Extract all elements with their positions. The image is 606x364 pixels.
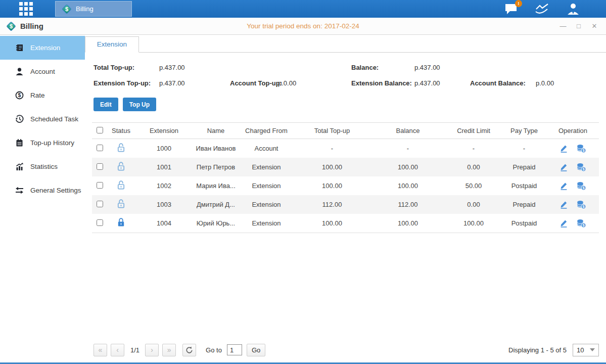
extension-table: Status Extension Name Charged From Total… — [92, 122, 599, 233]
close-button[interactable]: ✕ — [591, 22, 598, 30]
svg-text:$: $ — [18, 92, 21, 98]
pay-type-cell: Prepaid — [501, 158, 547, 176]
sidebar-item-extension[interactable]: Extension — [0, 36, 85, 60]
pay-type-cell: Prepaid — [501, 195, 547, 214]
topup-coins-icon[interactable]: $ — [576, 219, 586, 228]
col-total-topup: Total Top-up — [294, 123, 370, 139]
svg-text:$: $ — [10, 23, 13, 29]
page-size-select[interactable]: 10 — [573, 344, 599, 356]
operation-cell: $ — [547, 140, 598, 157]
total-topup-cell: 100.00 — [294, 176, 370, 195]
notebook-icon — [15, 139, 24, 147]
row-checkbox[interactable] — [97, 145, 103, 151]
balance-cell: 100.00 — [370, 176, 446, 195]
table-row[interactable]: 1002Мария Ива...Extension100.00100.0050.… — [92, 176, 599, 195]
account-topup-label: Account Top-up: — [230, 75, 282, 91]
table-row[interactable]: 1001Петр ПетровExtension100.00100.000.00… — [92, 158, 599, 176]
go-button[interactable]: Go — [247, 344, 265, 356]
bar-chart-icon — [15, 162, 24, 171]
edit-icon[interactable] — [560, 181, 568, 190]
operation-cell: $ — [547, 158, 598, 176]
tab-extension[interactable]: Extension — [85, 36, 139, 53]
extension-cell: 1004 — [135, 214, 193, 233]
total-topup-value: p.437.00 — [159, 60, 185, 75]
charged-from-cell: Extension — [239, 195, 294, 214]
status-cell — [107, 158, 135, 176]
minimize-button[interactable]: — — [560, 22, 567, 30]
extension-cell: 1000 — [135, 139, 193, 158]
app-grid-icon[interactable] — [19, 2, 33, 16]
billing-diamond-icon: $ — [62, 4, 72, 14]
credit-limit-cell: 100.00 — [446, 214, 501, 233]
status-cell — [107, 176, 135, 195]
maximize-button[interactable]: □ — [575, 22, 582, 30]
topup-coins-icon[interactable]: $ — [576, 163, 586, 172]
dollar-circle-icon: $ — [15, 91, 24, 100]
person-icon — [15, 67, 24, 76]
user-button[interactable] — [567, 3, 580, 15]
select-all-checkbox[interactable] — [97, 127, 103, 133]
tab-strip: Extension — [85, 36, 606, 53]
refresh-button[interactable] — [182, 344, 196, 356]
table-row[interactable]: 1003Дмитрий Д...Extension112.00112.000.0… — [92, 195, 599, 214]
pay-type-cell: Postpaid — [501, 214, 547, 233]
edit-icon[interactable] — [560, 163, 568, 171]
sidebar-item-scheduled-task[interactable]: Scheduled Task — [0, 107, 85, 131]
col-balance: Balance — [370, 123, 446, 139]
user-icon — [567, 3, 580, 15]
total-topup-cell: 100.00 — [294, 214, 370, 233]
operation-cell: $ — [547, 177, 598, 195]
taskbar-billing-tab[interactable]: $ Billing — [55, 1, 132, 17]
topup-coins-icon[interactable]: $ — [576, 144, 586, 153]
edit-icon[interactable] — [560, 144, 568, 153]
sidebar-item-statistics[interactable]: Statistics — [0, 155, 85, 178]
charged-from-cell: Extension — [239, 214, 294, 233]
edit-button[interactable]: Edit — [94, 98, 118, 111]
table-row[interactable]: 1004Юрий Юрь...Extension100.00100.00100.… — [92, 214, 599, 233]
col-name: Name — [193, 123, 239, 139]
edit-icon[interactable] — [560, 200, 568, 209]
name-cell: Мария Ива... — [193, 176, 239, 195]
row-checkbox[interactable] — [97, 163, 103, 170]
edit-icon[interactable] — [560, 219, 568, 228]
charged-from-cell: Extension — [239, 176, 294, 195]
last-page-button[interactable]: » — [162, 344, 176, 356]
unlocked-icon — [117, 143, 125, 153]
sidebar-item-general-settings[interactable]: General Settings — [0, 178, 85, 202]
balance-cell: 112.00 — [370, 195, 446, 214]
charged-from-cell: Extension — [239, 158, 294, 176]
account-balance-label: Account Balance: — [470, 75, 526, 91]
page-indicator: 1/1 — [130, 346, 139, 354]
messages-button[interactable]: ! — [504, 3, 518, 15]
credit-limit-cell: 0.00 — [446, 158, 501, 176]
charged-from-cell: Account — [239, 139, 294, 158]
sidebar-item-rate[interactable]: $ Rate — [0, 83, 85, 107]
credit-limit-cell: - — [446, 139, 501, 158]
topup-coins-icon[interactable]: $ — [576, 181, 586, 191]
sidebar-item-label: Top-up History — [30, 139, 74, 147]
row-checkbox[interactable] — [97, 182, 103, 189]
sidebar-item-topup-history[interactable]: Top-up History — [0, 131, 85, 155]
account-balance-value: p.0.00 — [536, 75, 554, 91]
topup-coins-icon[interactable]: $ — [576, 200, 586, 209]
table-row[interactable]: 1000Иван ИвановAccount----$ — [92, 139, 599, 158]
extension-balance-value: p.437.00 — [414, 75, 440, 91]
credit-limit-cell: 0.00 — [446, 195, 501, 214]
col-extension: Extension — [135, 123, 193, 139]
balance-cell: 100.00 — [370, 158, 446, 176]
extension-cell: 1001 — [135, 158, 193, 176]
line-chart-icon — [534, 3, 550, 15]
extension-topup-label: Extension Top-up: — [94, 75, 151, 91]
balance-cell: - — [370, 139, 446, 158]
row-checkbox[interactable] — [97, 201, 103, 207]
status-cell — [107, 214, 135, 233]
top-up-button[interactable]: Top Up — [123, 98, 156, 111]
goto-page-input[interactable] — [227, 344, 242, 355]
extension-topup-value: p.437.00 — [159, 75, 185, 91]
prev-page-button[interactable]: ‹ — [111, 344, 124, 356]
next-page-button[interactable]: › — [145, 344, 159, 356]
row-checkbox[interactable] — [97, 219, 103, 226]
first-page-button[interactable]: « — [94, 344, 107, 356]
monitor-button[interactable] — [534, 3, 550, 15]
sidebar-item-account[interactable]: Account — [0, 60, 85, 83]
